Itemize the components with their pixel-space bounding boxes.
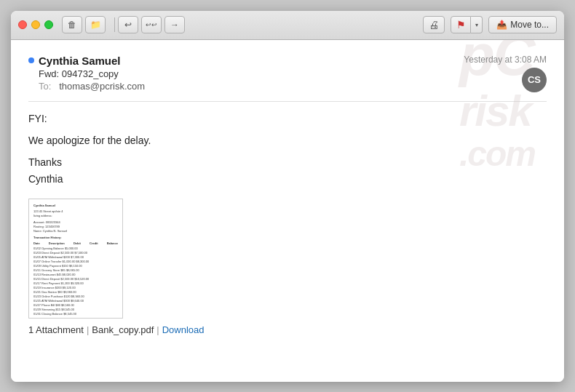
flag-icon: ⚑ <box>456 19 466 31</box>
traffic-lights <box>18 20 53 29</box>
email-window: 🗑 📁 ↩ ↩↩ → 🖨 ⚑ <box>11 11 564 382</box>
download-link[interactable]: Download <box>162 324 205 335</box>
forward-button[interactable]: → <box>164 16 185 33</box>
print-button[interactable]: 🖨 <box>423 16 445 33</box>
move-to-label: Move to... <box>510 20 549 30</box>
email-meta: Yesterday at 3:08 AM CS <box>464 55 547 92</box>
close-button[interactable] <box>18 20 27 29</box>
reply-button[interactable]: ↩ <box>118 16 138 33</box>
attachment-sep1: | <box>87 324 89 335</box>
body-name: Cynthia <box>28 171 547 187</box>
sender-name-row: Cynthia Samuel <box>28 55 464 67</box>
maximize-button[interactable] <box>44 20 53 29</box>
chevron-down-icon: ▾ <box>475 22 478 28</box>
to-label: To: <box>39 81 51 92</box>
header-divider <box>28 101 547 102</box>
reply-all-icon: ↩↩ <box>146 21 157 28</box>
body-apology: We apologize for the delay. <box>28 132 547 148</box>
archive-button[interactable]: 📁 <box>85 16 106 33</box>
flag-group: ⚑ ▾ <box>451 16 483 33</box>
subject-line: Fwd: 094732_copy <box>28 68 464 79</box>
print-icon: 🖨 <box>429 19 439 31</box>
to-line: To: thomas@pcrisk.com <box>28 81 464 92</box>
delete-toolbar-group: 🗑 📁 <box>62 16 106 33</box>
attachment-sep2: | <box>156 324 159 335</box>
reply-icon: ↩ <box>124 20 132 30</box>
trash-icon: 🗑 <box>68 20 76 30</box>
attachment-count: 1 Attachment <box>28 324 84 335</box>
body-thanks: Thanks <box>28 154 547 170</box>
thanks-block: Thanks Cynthia <box>28 154 547 187</box>
archive-icon: 📁 <box>90 20 101 30</box>
move-to-icon: 📤 <box>496 20 507 30</box>
email-content: pC risk .com Cynthia Samuel Fwd: 094732_… <box>11 40 564 382</box>
forward-icon: → <box>170 20 179 30</box>
email-body: FYI: We apologize for the delay. Thanks … <box>28 111 547 188</box>
attachment-preview[interactable]: Cynthia Samuel 123 45 Street apt/ste 4 l… <box>28 199 123 319</box>
reply-all-button[interactable]: ↩↩ <box>141 16 162 33</box>
sender-info: Cynthia Samuel Fwd: 094732_copy To: thom… <box>28 55 464 92</box>
move-to-button[interactable]: 📤 Move to... <box>488 16 557 33</box>
avatar: CS <box>522 68 547 92</box>
sender-name: Cynthia Samuel <box>39 55 121 67</box>
attachment-line: 1 Attachment | Bank_copy.pdf | Download <box>28 324 547 335</box>
toolbar-sep-1 <box>114 17 115 32</box>
flag-dropdown-button[interactable]: ▾ <box>471 16 483 33</box>
attachment-filename: Bank_copy.pdf <box>92 324 154 335</box>
email-header: Cynthia Samuel Fwd: 094732_copy To: thom… <box>28 55 547 92</box>
trash-button[interactable]: 🗑 <box>62 16 82 33</box>
minimize-button[interactable] <box>31 20 40 29</box>
timestamp: Yesterday at 3:08 AM <box>464 55 547 65</box>
body-fyi: FYI: <box>28 111 547 127</box>
navigation-toolbar-group: ↩ ↩↩ → <box>118 16 185 33</box>
online-indicator <box>28 57 34 63</box>
attachment-container: Cynthia Samuel 123 45 Street apt/ste 4 l… <box>28 199 547 335</box>
flag-button[interactable]: ⚑ <box>451 16 471 33</box>
to-email: thomas@pcrisk.com <box>59 81 145 92</box>
titlebar: 🗑 📁 ↩ ↩↩ → 🖨 ⚑ <box>11 11 564 40</box>
attachment-preview-content: Cynthia Samuel 123 45 Street apt/ste 4 l… <box>29 199 122 318</box>
toolbar-right: 🖨 ⚑ ▾ 📤 Move to... <box>423 16 557 33</box>
